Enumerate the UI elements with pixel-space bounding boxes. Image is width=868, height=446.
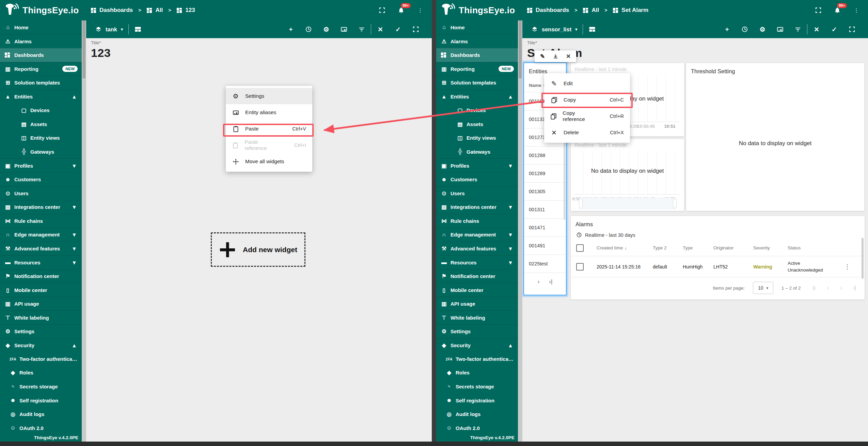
download-button[interactable] [552,52,559,60]
menu-item-entity-aliases[interactable]: Entity aliases [226,104,312,121]
entity-row-001305[interactable]: 001305 [524,183,566,201]
sidebar-item-notification-center[interactable]: ⚑Notification center [0,269,82,283]
breadcrumb-item-dashboards[interactable]: Dashboards [527,7,569,14]
sidebar-item-users[interactable]: ⊙Users [0,186,82,200]
sidebar-item-secrets-storage[interactable]: ♀Secrets storage [436,380,518,394]
sidebar-item-integrations-center[interactable]: ▧Integrations center▾ [436,200,518,214]
row-menu-button[interactable]: ⋮ [844,263,850,271]
breadcrumb-item-set-alarm[interactable]: Set Alarm [613,7,648,14]
edit-button[interactable]: ✎ [539,52,546,60]
sidebar-item-secrets-storage[interactable]: ♀Secrets storage [0,380,82,394]
gear-button[interactable]: ⚙ [322,26,330,33]
menu-item-edit[interactable]: ✎Edit [544,75,630,92]
sidebar-item-devices[interactable]: ▢Devices [0,103,82,117]
sidebar-item-reporting[interactable]: ▥ReportingNEW [436,62,518,76]
time-range-slider[interactable] [579,198,677,209]
sidebar-item-two-factor-authenticati[interactable]: 2FATwo-factor authenticati… [0,352,82,366]
menu-item-delete[interactable]: ✕DeleteCtrl+X [544,124,630,141]
sidebar-item-self-registration[interactable]: ☻Self registration [436,394,518,407]
sidebar-item-solution-templates[interactable]: ⊞Solution templates [0,76,82,90]
menu-item-move-all-widgets[interactable]: Move all widgets [226,153,312,170]
row-checkbox[interactable] [576,263,584,271]
sidebar-item-home[interactable]: ⌂Home [0,20,82,34]
sidebar-item-notification-center[interactable]: ⚑Notification center [436,269,518,283]
menu-item-copy-reference[interactable]: Copy referenceCtrl+R [544,108,630,124]
sidebar-item-settings[interactable]: ⚙Settings [0,324,82,338]
sidebar-item-advanced-features[interactable]: ⚒Advanced features▾ [0,242,82,256]
alarms-widget[interactable]: Alarms Realtime - last 30 days Created t… [571,216,865,299]
sidebar-item-roles[interactable]: ◆Roles [436,366,518,380]
check-button[interactable]: ✓ [394,26,402,33]
sidebar-item-entity-views[interactable]: ◫Entity views [0,131,82,145]
sidebar-item-customers[interactable]: ☻Customers [436,172,518,186]
sidebar-item-integrations-center[interactable]: ▧Integrations center▾ [0,200,82,214]
next-page-icon[interactable]: › [538,278,540,285]
sidebar-item-api-usage[interactable]: ▥API usage [436,297,518,311]
sidebar-item-mobile-center[interactable]: ▯Mobile center [436,283,518,297]
clock-button[interactable] [305,26,312,33]
prev-page-icon[interactable]: ‹ [827,285,828,291]
entity-row-001311[interactable]: 001311 [524,201,566,219]
sidebar-item-resources[interactable]: ▬Resources▾ [436,255,518,269]
page-size-select[interactable]: 10 ▾ [753,282,773,294]
sidebar-item-entities[interactable]: ▲Entities▴ [436,90,518,104]
slider-handle-left[interactable] [579,199,583,208]
sidebar-item-entity-views[interactable]: ◫Entity views [436,131,518,145]
sidebar-item-rule-chains[interactable]: ⋈Rule chains [436,214,518,228]
breadcrumb-item-123[interactable]: 123 [176,7,195,14]
sidebar-item-mobile-center[interactable]: ▯Mobile center [0,283,82,297]
close-button[interactable]: ✕ [565,52,572,60]
select-all-checkbox[interactable] [576,244,584,252]
sidebar-item-white-labeling[interactable]: ⊤White labeling [436,310,518,324]
breadcrumb-item-dashboards[interactable]: Dashboards [91,7,133,14]
sidebar-item-dashboards[interactable]: Dashboards [0,48,82,62]
sidebar-item-profiles[interactable]: ▣Profiles▾ [0,158,82,172]
dots-vertical-button[interactable]: ⋮ [852,6,861,14]
filter-button[interactable] [794,26,802,33]
entity-row-001471[interactable]: 001471 [524,219,566,237]
plus-button[interactable]: + [723,26,731,33]
plus-button[interactable]: + [287,26,295,33]
gear-button[interactable]: ⚙ [759,26,766,33]
sidebar-item-advanced-features[interactable]: ⚒Advanced features▾ [436,242,518,256]
column-header-originator[interactable]: Originator [713,245,753,250]
sidebar-item-gateways[interactable]: ╬Gateways [436,145,518,159]
sidebar-item-assets[interactable]: ▤Assets [436,117,518,131]
sidebar-item-dashboards[interactable]: Dashboards [436,48,518,62]
sidebar-item-audit-logs[interactable]: ◎Audit logs [436,407,518,421]
brand-logo[interactable]: ThingsEye.io [441,3,522,17]
close-button[interactable]: ✕ [813,26,820,33]
sidebar-item-api-usage[interactable]: ▥API usage [0,297,82,311]
add-new-widget-button[interactable]: Add new widget [211,232,305,267]
check-button[interactable]: ✓ [831,26,838,33]
menu-item-settings[interactable]: ⚙Settings [226,88,312,104]
sidebar-item-oauth-2-0[interactable]: ☺OAuth 2.0 [436,421,518,435]
alarms-timewindow[interactable]: Realtime - last 30 days [571,228,865,238]
sidebar-item-customers[interactable]: ☻Customers [0,172,82,186]
layout-button[interactable] [588,26,596,33]
sidebar-item-assets[interactable]: ▤Assets [0,117,82,131]
sidebar-item-profiles[interactable]: ▣Profiles▾ [436,158,518,172]
bell-button[interactable]: 99+ [397,6,405,14]
sidebar-item-security[interactable]: ◆Security▴ [0,338,82,352]
sidebar-item-alarms[interactable]: ⚠Alarms [436,34,518,48]
sidebar-item-solution-templates[interactable]: ⊞Solution templates [436,76,518,90]
sidebar-item-devices[interactable]: ▢Devices [436,103,518,117]
alarms-scrollbar[interactable] [862,238,864,279]
dashboard-state-selector[interactable]: sensor_list ▾ [531,26,577,33]
sidebar-item-gateways[interactable]: ╬Gateways [0,145,82,159]
sidebar-item-roles[interactable]: ◆Roles [0,366,82,380]
sidebar-item-edge-management[interactable]: ∩Edge management▾ [436,228,518,242]
menu-item-paste-reference[interactable]: Paste referenceCtrl+I [226,137,312,153]
sidebar-item-resources[interactable]: ▬Resources▾ [0,255,82,269]
bell-button[interactable]: 99+ [833,6,841,14]
dots-vertical-button[interactable]: ⋮ [416,6,424,14]
entity-row-001491[interactable]: 001491 [524,237,566,255]
next-page-icon[interactable]: › [840,285,841,291]
slider-handle-right[interactable] [673,199,677,208]
fullscreen-button[interactable] [814,6,822,14]
brand-logo[interactable]: ThingsEye.io [5,3,86,17]
column-header-status[interactable]: Status [788,245,835,250]
first-page-icon[interactable]: |‹ [813,285,815,291]
entity-row-0225test[interactable]: 0225test [524,255,566,273]
